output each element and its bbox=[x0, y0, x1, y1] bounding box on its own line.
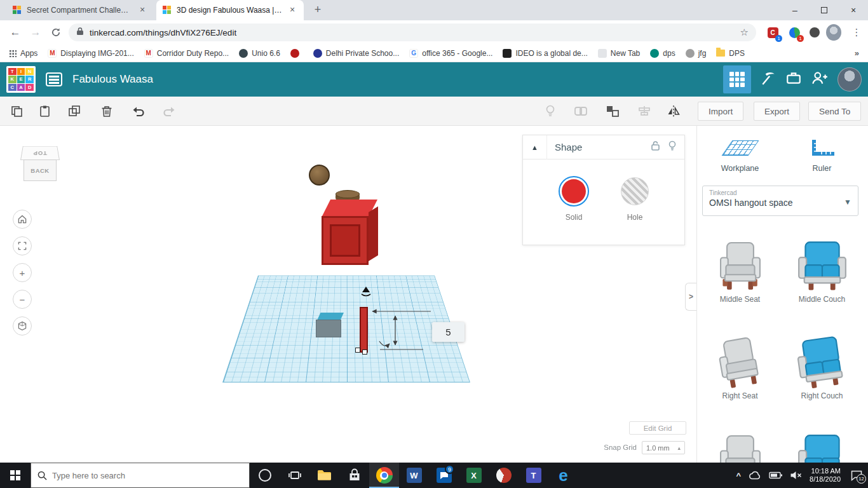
scale-handle[interactable] bbox=[362, 349, 367, 355]
view-cube-top-face[interactable]: TOP bbox=[20, 146, 60, 160]
account-avatar[interactable] bbox=[837, 67, 862, 92]
bricks-mode-icon[interactable] bbox=[760, 70, 776, 89]
red-box-side-face[interactable] bbox=[369, 207, 378, 261]
browser-tab-1[interactable]: Secret Compartment Challenge - × bbox=[6, 0, 154, 20]
mirror-flip-icon[interactable] bbox=[662, 100, 685, 122]
bookmark-star-icon[interactable]: ☆ bbox=[740, 27, 749, 38]
browser-menu-kebab-icon[interactable]: ⋮ bbox=[848, 24, 865, 41]
fit-view-icon[interactable] bbox=[13, 236, 32, 255]
app-icon-round[interactable] bbox=[489, 463, 519, 488]
extension-icon-1[interactable]: C 1 bbox=[765, 25, 780, 40]
duplicate-icon[interactable] bbox=[64, 100, 86, 122]
hole-swatch[interactable] bbox=[620, 176, 650, 207]
word-icon[interactable]: W bbox=[399, 463, 429, 488]
home-view-icon[interactable] bbox=[13, 210, 32, 229]
browser-tab-2-active[interactable]: 3D design Fabulous Waasa | Tink × bbox=[156, 0, 304, 20]
taskbar-search-box[interactable] bbox=[31, 463, 250, 488]
forward-icon[interactable]: → bbox=[27, 24, 44, 41]
extension-icon-2[interactable]: 1 bbox=[787, 25, 802, 40]
selected-red-bar-shape[interactable] bbox=[360, 307, 368, 353]
scale-handle[interactable] bbox=[355, 348, 360, 353]
bookmark-item[interactable]: MDisplaying IMG-201... bbox=[48, 49, 133, 58]
profile-avatar[interactable] bbox=[826, 25, 841, 40]
tinkercad-logo[interactable]: TIN KER CAD bbox=[6, 66, 36, 93]
tray-expand-chevron-icon[interactable]: ^ bbox=[736, 471, 741, 480]
shape-item-right-couch[interactable]: Right Couch bbox=[781, 336, 863, 400]
task-view-icon[interactable] bbox=[280, 463, 309, 488]
design-menu-icon[interactable] bbox=[46, 72, 62, 86]
invite-person-icon[interactable] bbox=[811, 70, 829, 89]
delete-icon[interactable] bbox=[95, 100, 118, 122]
shape-item-partial[interactable] bbox=[699, 432, 781, 463]
shape-item-middle-seat[interactable]: Middle Seat bbox=[699, 239, 781, 304]
edge-icon[interactable]: e bbox=[548, 463, 578, 488]
zoom-out-icon[interactable]: − bbox=[13, 290, 32, 309]
hide-bulb-icon[interactable] bbox=[668, 140, 677, 154]
onedrive-cloud-icon[interactable] bbox=[748, 470, 762, 480]
zoom-in-icon[interactable]: + bbox=[13, 263, 32, 282]
bookmark-item[interactable]: Delhi Private Schoo... bbox=[313, 49, 399, 58]
workplane-tool[interactable]: Workplane bbox=[699, 137, 781, 173]
volume-muted-icon[interactable] bbox=[790, 470, 803, 480]
action-center-icon[interactable]: 12 bbox=[850, 470, 863, 481]
lock-icon[interactable] bbox=[651, 140, 660, 154]
start-button[interactable] bbox=[0, 463, 31, 488]
undo-icon[interactable] bbox=[127, 100, 150, 122]
shape-item-middle-couch[interactable]: Middle Couch bbox=[781, 239, 863, 304]
bookmark-icon-only[interactable] bbox=[290, 49, 303, 58]
shape-category-dropdown[interactable]: Tinkercad OMSI hangout space ▼ bbox=[702, 186, 858, 216]
snap-grid-select[interactable]: 1.0 mm▴ bbox=[642, 441, 685, 454]
export-button[interactable]: Export bbox=[754, 102, 800, 121]
taskbar-clock[interactable]: 10:18 AM 8/18/2020 bbox=[810, 467, 841, 484]
redo-icon[interactable] bbox=[158, 100, 180, 122]
view-cube-back-face[interactable]: BACK bbox=[24, 159, 57, 181]
solid-swatch-selected[interactable] bbox=[559, 176, 589, 207]
copy-icon[interactable] bbox=[5, 100, 28, 122]
align-icon[interactable] bbox=[633, 100, 656, 122]
new-tab-button[interactable]: + bbox=[309, 1, 327, 19]
url-omnibox[interactable]: tinkercad.com/things/dhVfiX276EJ/edit ☆ bbox=[69, 24, 756, 41]
blocks-mode-button[interactable] bbox=[723, 65, 751, 93]
search-input[interactable] bbox=[52, 471, 230, 480]
paste-icon[interactable] bbox=[33, 100, 56, 122]
bookmark-item[interactable]: Unio 6.6 bbox=[239, 49, 280, 58]
shape-item-right-seat[interactable]: Right Seat bbox=[699, 336, 781, 400]
bookmark-item[interactable]: Goffice 365 - Google... bbox=[409, 49, 492, 58]
maximize-button[interactable] bbox=[810, 0, 839, 20]
group-icon[interactable] bbox=[569, 100, 592, 122]
minimize-button[interactable]: – bbox=[780, 0, 810, 20]
brown-sphere-shape[interactable] bbox=[309, 165, 330, 186]
bookmark-item[interactable]: IDEO is a global de... bbox=[503, 49, 587, 58]
design-title[interactable]: Fabulous Waasa bbox=[72, 73, 153, 86]
teams-icon[interactable]: T bbox=[519, 463, 548, 488]
close-button[interactable]: × bbox=[839, 0, 868, 20]
import-button[interactable]: Import bbox=[698, 102, 743, 121]
red-box-shape[interactable] bbox=[322, 216, 369, 265]
microsoft-store-icon[interactable] bbox=[339, 463, 369, 488]
ruler-tool[interactable]: Ruler bbox=[781, 137, 863, 173]
bookmark-item[interactable]: dps bbox=[650, 49, 675, 58]
cortana-icon[interactable] bbox=[250, 463, 280, 488]
design-canvas[interactable]: TOP BACK + − bbox=[0, 126, 696, 463]
chrome-icon[interactable] bbox=[369, 463, 399, 488]
bookmark-item[interactable]: New Tab bbox=[598, 49, 640, 58]
dimension-value-input[interactable]: 5 bbox=[432, 322, 465, 342]
sidebar-collapse-chevron-icon[interactable]: > bbox=[685, 283, 696, 311]
shape-item-partial[interactable] bbox=[781, 432, 863, 463]
panel-collapse-icon[interactable]: ▲ bbox=[523, 135, 547, 159]
edit-grid-button[interactable]: Edit Grid bbox=[629, 421, 686, 435]
perspective-toggle-icon[interactable] bbox=[13, 316, 32, 336]
briefcase-icon[interactable] bbox=[785, 70, 802, 89]
bookmarks-overflow-chevron-icon[interactable]: » bbox=[855, 48, 859, 58]
battery-icon[interactable] bbox=[769, 471, 783, 480]
reload-icon[interactable] bbox=[47, 24, 65, 41]
show-all-bulb-icon[interactable] bbox=[539, 100, 562, 122]
file-explorer-icon[interactable] bbox=[309, 463, 339, 488]
ungroup-icon[interactable] bbox=[601, 100, 624, 122]
bookmark-apps[interactable]: Apps bbox=[9, 49, 37, 58]
view-cube[interactable]: TOP BACK bbox=[19, 140, 61, 192]
tab-close-icon[interactable]: × bbox=[287, 5, 297, 15]
cabinet-shape[interactable] bbox=[316, 320, 341, 337]
back-icon[interactable]: ← bbox=[6, 24, 24, 41]
app-icon-with-badge[interactable]: 9 bbox=[429, 463, 459, 488]
